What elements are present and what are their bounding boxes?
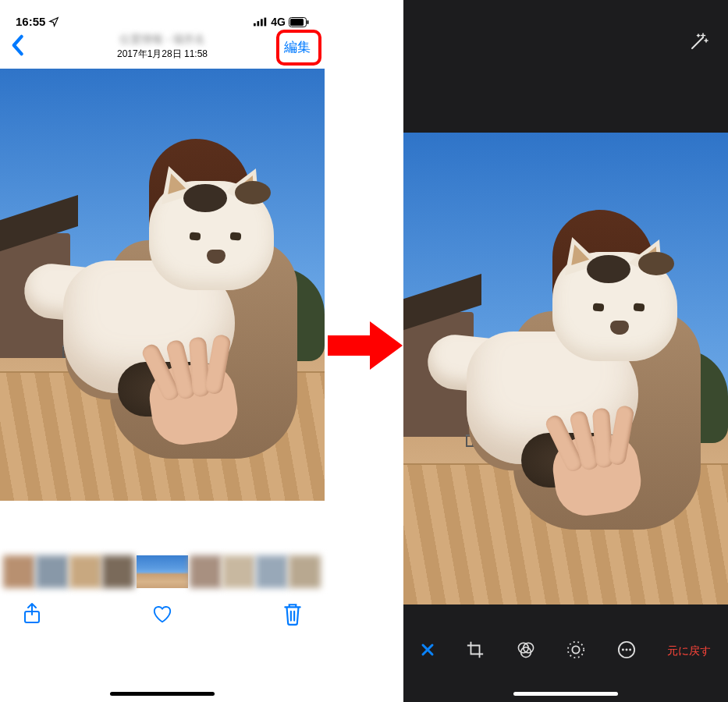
adjust-button[interactable]	[566, 640, 585, 662]
svg-rect-1	[257, 21, 260, 26]
filters-icon	[517, 640, 535, 659]
chevron-left-icon	[9, 34, 25, 56]
editor-photo-canvas[interactable]	[403, 133, 728, 604]
filters-button[interactable]	[517, 640, 535, 662]
battery-icon	[289, 17, 309, 27]
photo-editor-screen: 元に戻す	[403, 0, 728, 702]
nav-location-label: 位置情報 - 場所名	[117, 33, 208, 47]
svg-rect-0	[254, 23, 256, 27]
delete-button[interactable]	[282, 602, 303, 629]
svg-point-11	[573, 646, 580, 653]
crop-rotate-icon	[466, 640, 485, 659]
svg-rect-5	[290, 19, 304, 26]
favorite-button[interactable]	[152, 602, 172, 629]
svg-point-15	[625, 649, 627, 651]
cancel-button[interactable]	[421, 641, 435, 661]
share-button[interactable]	[22, 602, 42, 629]
main-photo[interactable]	[0, 69, 325, 501]
svg-point-16	[629, 649, 631, 651]
arrow-annotation	[326, 318, 404, 373]
editor-toolbar: 元に戻す	[403, 640, 728, 662]
editor-top-bar	[403, 0, 728, 78]
home-indicator[interactable]	[110, 692, 215, 696]
more-button[interactable]	[617, 640, 636, 662]
nav-title: 位置情報 - 場所名 2017年1月28日 11:58	[117, 33, 208, 61]
svg-rect-6	[307, 20, 309, 24]
crop-button[interactable]	[466, 640, 485, 662]
edit-button[interactable]: 編集	[279, 35, 315, 59]
nav-bar: 位置情報 - 場所名 2017年1月28日 11:58 編集	[0, 28, 325, 69]
svg-point-14	[621, 649, 623, 651]
magic-wand-icon	[687, 31, 709, 53]
auto-enhance-button[interactable]	[687, 31, 709, 78]
close-icon	[421, 643, 435, 657]
photos-viewer-screen: 16:55 4G 位置情報 - 場所名 2017年1月28日 11:58	[0, 0, 325, 702]
home-indicator[interactable]	[513, 692, 618, 696]
status-bar: 16:55 4G	[0, 0, 325, 28]
thumbnail-current[interactable]	[135, 555, 190, 588]
cellular-signal-icon	[254, 17, 268, 27]
back-button[interactable]	[9, 34, 25, 59]
trash-icon	[282, 602, 303, 626]
revert-button[interactable]: 元に戻す	[667, 644, 711, 658]
status-time: 16:55	[16, 15, 45, 28]
ellipsis-circle-icon	[617, 640, 636, 659]
location-arrow-icon	[48, 16, 59, 27]
share-icon	[22, 602, 42, 626]
nav-timestamp: 2017年1月28日 11:58	[117, 48, 208, 61]
bottom-toolbar	[0, 588, 325, 629]
svg-point-12	[568, 642, 584, 658]
adjust-light-icon	[566, 640, 585, 659]
heart-icon	[152, 602, 172, 626]
svg-rect-2	[261, 19, 263, 26]
svg-rect-3	[265, 18, 267, 27]
thumbnail-strip[interactable]	[0, 555, 325, 588]
status-network: 4G	[271, 16, 286, 28]
